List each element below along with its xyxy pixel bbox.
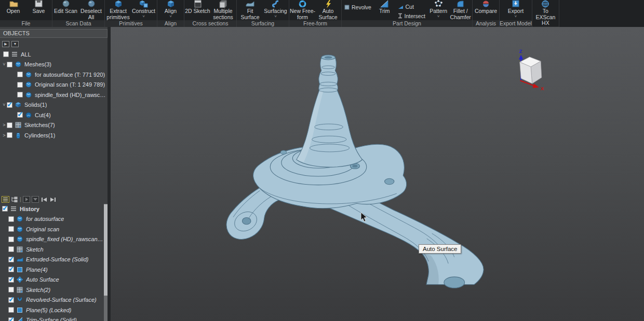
visibility-checkbox[interactable]	[8, 297, 14, 303]
objects-tree-item[interactable]: ˃Sketches(7)	[0, 120, 108, 131]
history-scrollbar-thumb[interactable]	[104, 204, 108, 296]
visibility-checkbox[interactable]	[7, 102, 12, 108]
objects-tree-item[interactable]: ˅Solids(1)	[0, 100, 108, 110]
tree-view-button[interactable]	[11, 196, 18, 203]
history-item[interactable]: Revolved-Surface (Surface)	[0, 295, 104, 305]
play-button[interactable]	[23, 196, 30, 203]
collapse-button[interactable]: ▼	[11, 41, 19, 47]
extract-primitives-button[interactable]: Extract primitives	[105, 0, 131, 20]
filter-button[interactable]	[32, 196, 39, 203]
dropdown-caret-icon: ˅	[437, 15, 440, 18]
chevron-right-icon[interactable]: ˃	[2, 122, 7, 128]
visibility-checkbox[interactable]	[17, 112, 23, 118]
ribbon-group-scanning: To EXScan HXScanning	[532, 0, 559, 27]
button-label: Construct	[132, 8, 155, 15]
save-button[interactable]: Save	[26, 0, 51, 15]
skip-to-start-button[interactable]	[41, 196, 48, 203]
new-free-form-button[interactable]: New Free-form	[290, 0, 315, 20]
expand-button[interactable]: ▶	[2, 41, 9, 47]
fillet-icon	[457, 0, 464, 8]
visibility-checkbox[interactable]	[17, 72, 23, 77]
small-button-stack: CutIntersect	[396, 3, 427, 20]
pattern-button[interactable]: Pattern˅	[427, 0, 450, 18]
list-view-button[interactable]	[2, 196, 9, 203]
chevron-down-icon[interactable]: ˅	[2, 62, 7, 67]
history-item[interactable]: for autosurface	[0, 214, 104, 225]
objects-tree-item[interactable]: ˅Meshes(3)	[0, 60, 108, 70]
deselect-all-button[interactable]: Deselect All	[78, 0, 104, 20]
ribbon-group-analysis: CompareAnalysis	[473, 0, 500, 27]
visibility-checkbox[interactable]	[8, 307, 14, 313]
history-item[interactable]: Sketch(2)	[0, 285, 104, 295]
ribbon-group-export-model: Export˅Export Model	[500, 0, 532, 27]
mesh-icon	[17, 236, 23, 242]
history-item[interactable]: Sketch	[0, 244, 104, 255]
multiple-sections-button[interactable]: Multiple sections	[210, 0, 236, 20]
objects-tree-item[interactable]: Original scan (T: 1 249 789)	[0, 80, 108, 90]
export-button[interactable]: Export˅	[503, 0, 528, 18]
auto-surface-tooltip: Auto Surface	[419, 244, 461, 254]
item-label: Sketch	[26, 246, 44, 253]
visibility-checkbox[interactable]	[17, 92, 23, 97]
objects-tree-item[interactable]: ˃Cylinders(1)	[0, 130, 108, 141]
visibility-checkbox[interactable]	[7, 62, 12, 67]
chevron-down-icon[interactable]: ˅	[2, 102, 7, 107]
align-button[interactable]: Align˅	[158, 0, 183, 18]
visibility-checkbox[interactable]	[8, 246, 14, 252]
visibility-checkbox[interactable]	[8, 277, 14, 283]
visibility-checkbox[interactable]	[7, 122, 12, 128]
button-label: To EXScan HX	[533, 8, 558, 26]
visibility-checkbox[interactable]	[2, 206, 8, 212]
2d-sketch-button[interactable]: 2D Sketch	[185, 0, 210, 15]
history-item[interactable]: Extruded-Surface (Solid)	[0, 255, 104, 265]
visibility-checkbox[interactable]	[8, 267, 14, 272]
visibility-checkbox[interactable]	[8, 257, 14, 262]
history-item[interactable]: Original scan	[0, 224, 104, 234]
to-exscan-hx-button[interactable]: To EXScan HX	[533, 0, 558, 26]
history-item[interactable]: Auto Surface	[0, 275, 104, 285]
intersect-button[interactable]: Intersect	[396, 12, 427, 20]
visibility-checkbox[interactable]	[8, 226, 14, 232]
objects-panel-toolbar: ▶▼	[0, 38, 108, 49]
visibility-checkbox[interactable]	[3, 51, 9, 57]
history-item[interactable]: spindle_fixed (HD)_rawscan - Copy	[0, 234, 104, 245]
history-item[interactable]: Plane(5) (Locked)	[0, 305, 104, 315]
cut-button[interactable]: Cut	[396, 3, 427, 10]
pattern-icon	[434, 0, 443, 8]
visibility-checkbox[interactable]	[7, 132, 12, 138]
open-button[interactable]: Open	[1, 0, 26, 15]
objects-tree-item[interactable]: for autosurface (T: 771 920)	[0, 69, 108, 80]
history-scrollbar[interactable]	[104, 204, 108, 321]
viewport-3d[interactable]: Z X Auto Surface	[111, 27, 644, 321]
construct-button[interactable]: Construct˅	[131, 0, 156, 18]
visibility-checkbox[interactable]	[8, 287, 14, 292]
history-item[interactable]: Trim-Surface (Solid)	[0, 315, 104, 321]
ribbon-group-part-design: RevolveTrimCutIntersectPattern˅Fillet / …	[342, 0, 473, 27]
visibility-checkbox[interactable]	[8, 236, 14, 242]
auto-surface-button[interactable]: Auto Surface	[315, 0, 341, 20]
model-scene: Z X	[111, 27, 644, 321]
trim-button[interactable]: Trim	[373, 0, 396, 15]
revolve-button[interactable]: Revolve	[342, 3, 373, 11]
chevron-right-icon[interactable]: ˃	[2, 133, 7, 138]
fillet-chamfer-button[interactable]: Fillet / Chamfer	[449, 0, 472, 20]
compare-button[interactable]: Compare	[473, 0, 499, 15]
visibility-checkbox[interactable]	[17, 82, 23, 88]
objects-tree-item[interactable]: spindle_fixed (HD)_rawscan - Copy	[0, 90, 108, 100]
mesh-icon	[17, 226, 23, 232]
dropdown-caret-icon: ˅	[142, 15, 145, 18]
objects-tree-item[interactable]: ALL	[0, 49, 108, 60]
cut-icon	[25, 112, 32, 118]
edit-scan-button[interactable]: Edit Scan	[53, 0, 78, 15]
surfacing-button[interactable]: Surfacing˅	[263, 0, 288, 18]
objects-tree-item[interactable]: Cut(4)	[0, 110, 108, 120]
skip-to-end-button[interactable]	[49, 196, 57, 203]
compare-icon	[482, 0, 490, 8]
history-item[interactable]: Plane(4)	[0, 264, 104, 275]
fit-surface-button[interactable]: Fit Surface	[237, 0, 263, 20]
history-header-row[interactable]: History	[0, 204, 104, 214]
visibility-checkbox[interactable]	[8, 216, 14, 222]
visibility-checkbox[interactable]	[8, 317, 14, 321]
view-cube-gizmo[interactable]: Z X	[519, 49, 544, 91]
axis-x-label: X	[541, 86, 544, 91]
